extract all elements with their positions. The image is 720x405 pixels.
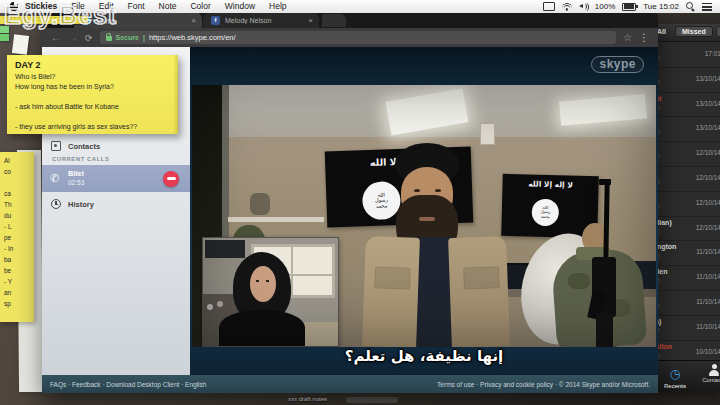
sticky-note-day2[interactable]: DAY 2 Who is Bilel?How long has he been … — [7, 55, 178, 134]
sticky-note-line: an — [4, 287, 34, 298]
sticky-note-line: - L — [4, 221, 34, 232]
back-icon[interactable]: ← — [51, 33, 61, 43]
menu-item-color[interactable]: Color — [183, 0, 217, 13]
desktop-file-label[interactable]: xxx draft notes — [288, 396, 327, 402]
flag-seal: الله رسول محمد — [362, 181, 401, 220]
notification-center-icon[interactable] — [702, 3, 712, 11]
menu-item-edit[interactable]: Edit — [92, 0, 121, 13]
recent-call-date: 12/10/14 — [696, 199, 720, 206]
sticky-note-line: - Y — [4, 276, 34, 287]
collapsed-sticky-tab[interactable] — [0, 26, 9, 33]
person-icon — [708, 364, 720, 376]
recent-call-row[interactable]: ✆12/10/14 — [652, 167, 720, 192]
footer-links-right[interactable]: Terms of use · Privacy and cookie policy… — [437, 381, 650, 388]
recent-call-row[interactable]: ✆12/10/14 — [652, 142, 720, 167]
shelf — [228, 217, 324, 222]
pip-monitor — [205, 240, 245, 258]
bookmark-star-icon[interactable]: ☆ — [623, 33, 632, 43]
rifle-stock — [596, 313, 613, 347]
tab-missed[interactable]: Missed — [675, 26, 713, 37]
contacts-icon — [51, 141, 61, 151]
collapsed-sticky-tab[interactable] — [0, 34, 9, 41]
recent-call-row[interactable]: ulton✆10/10/14 — [652, 341, 720, 360]
menu-item-file[interactable]: File — [64, 0, 92, 13]
current-calls-label: CURRENT CALLS — [52, 156, 110, 162]
reload-icon[interactable]: ⟳ — [85, 33, 93, 43]
recent-call-row[interactable]: ✆17:01 — [652, 43, 720, 68]
close-tab-icon[interactable]: × — [302, 16, 319, 25]
sticky-note-side[interactable]: Alco caThdu- Lpe- Inbabe- Yansp — [0, 152, 34, 322]
footer-links-left[interactable]: FAQs · Feedback · Download Desktop Clien… — [50, 381, 206, 388]
man-vest-right — [448, 236, 510, 347]
clock-icon: ◷ — [670, 367, 680, 381]
recent-call-row[interactable]: ington✆11/10/14 — [652, 241, 720, 266]
recent-call-date: 12/10/14 — [696, 224, 720, 231]
recent-call-date: 13/10/14 — [696, 75, 720, 82]
recent-call-row[interactable]: ✆13/10/14 — [652, 68, 720, 93]
man-vest-left — [362, 236, 420, 347]
apple-icon[interactable] — [10, 2, 18, 11]
sticky-note-title: DAY 2 — [15, 60, 170, 70]
page-header: skype — [190, 47, 658, 85]
sidebar-item-contacts[interactable]: Contacts — [42, 139, 190, 153]
remote-video-feed: لا إله إلا الله الله رسول محمد لا إله إل… — [192, 85, 656, 347]
recent-call-row[interactable]: ✆12/10/14 — [652, 192, 720, 217]
recents-tab[interactable]: ◷ Recents — [657, 364, 693, 389]
tab-clear[interactable]: Clear — [716, 26, 720, 37]
sticky-note-line — [15, 112, 170, 122]
skype-page-footer: FAQs · Feedback · Download Desktop Clien… — [42, 375, 658, 393]
display-icon[interactable] — [543, 2, 555, 11]
sticky-note-line: Al — [4, 155, 34, 166]
menu-item-window[interactable]: Window — [218, 0, 262, 13]
spotlight-search-icon[interactable] — [686, 2, 695, 11]
note-page-curl — [12, 34, 29, 55]
menu-item-help[interactable]: Help — [262, 0, 293, 13]
woman-face — [250, 266, 276, 302]
sticky-note-line: co — [4, 166, 34, 177]
recent-call-name: ington — [655, 243, 676, 250]
sidebar-item-history[interactable]: History — [42, 197, 190, 211]
collapsed-sticky-bar[interactable] — [9, 16, 88, 24]
tab-all[interactable]: All — [657, 28, 666, 35]
menu-item-note[interactable]: Note — [152, 0, 184, 13]
current-call-row-bilel[interactable]: ✆ Bilel 02:53 — [42, 165, 190, 192]
tab-melody-nelson[interactable]: f Melody Nelson × — [203, 12, 319, 28]
sticky-note-line: How long has he been in Syria? — [15, 82, 170, 92]
menu-item-stickies[interactable]: Stickies — [18, 0, 64, 13]
recent-call-row[interactable]: a)✆11/10/14 — [652, 316, 720, 341]
desktop: xxx draft notes All Missed Clear ✆17:01✆… — [0, 0, 720, 405]
forward-icon[interactable]: → — [68, 33, 78, 43]
mug — [217, 301, 223, 307]
tab-skype[interactable]: S Skype × — [74, 12, 202, 28]
flag-seal: الله رسول محمد — [531, 199, 559, 227]
man-mouth — [419, 217, 435, 221]
menu-bar-clock[interactable]: Tue 15:02 — [643, 2, 679, 11]
sticky-note-line: Th — [4, 199, 34, 210]
sticky-note-line: - they use arriving girls as sex slaves?… — [15, 122, 170, 132]
hang-up-button[interactable] — [163, 171, 179, 187]
menu-item-font[interactable]: Font — [121, 0, 152, 13]
desktop-file-label-blurred[interactable] — [346, 397, 398, 403]
recents-panel-window: All Missed Clear ✆17:01✆13/10/14nt✆13/10… — [652, 24, 720, 391]
recent-call-row[interactable]: nt✆13/10/14 — [652, 93, 720, 118]
volume-icon[interactable] — [579, 3, 588, 11]
woman-eye — [256, 280, 259, 282]
contacts-tab[interactable]: Contacts — [696, 364, 720, 383]
browser-menu-icon[interactable]: ⋮ — [639, 33, 649, 43]
battery-icon[interactable] — [622, 3, 636, 11]
recent-call-row[interactable]: ✆13/10/14 — [652, 117, 720, 142]
recent-call-row[interactable]: dian)✆12/10/14 — [652, 217, 720, 242]
collapsed-sticky-tab[interactable] — [0, 16, 9, 24]
sticky-note-line: - ask him about Battle for Kobane — [15, 102, 170, 112]
call-duration: 02:53 — [68, 179, 84, 186]
self-view-pip[interactable] — [202, 237, 339, 347]
sticky-note-line: sp — [4, 298, 34, 309]
new-tab-button[interactable] — [322, 14, 346, 27]
recent-call-date: 12/10/14 — [696, 174, 720, 181]
recent-call-row[interactable]: ✆11/10/14 — [652, 291, 720, 316]
url-field[interactable]: Secure | https://web.skype.com/en/ — [100, 31, 616, 44]
skype-logo: skype — [591, 56, 644, 73]
wifi-icon[interactable] — [562, 3, 572, 10]
close-tab-icon[interactable]: × — [185, 16, 202, 25]
recent-call-row[interactable]: den✆11/10/14 — [652, 266, 720, 291]
